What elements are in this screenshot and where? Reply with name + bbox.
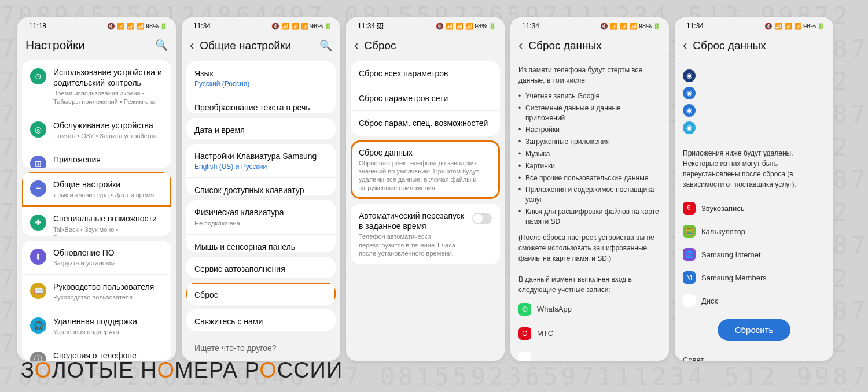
reset-item[interactable]: Сброс парам. спец. возможностей: [351, 111, 500, 135]
settings-item[interactable]: Свяжитесь с нами: [186, 309, 336, 331]
list-item: Приложения и содержимое поставщика услуг: [518, 184, 661, 206]
status-time: 11:34 🖼: [358, 22, 384, 30]
status-time: 11:34: [686, 22, 704, 30]
app-row: MSamsung Members: [675, 268, 833, 287]
reset-item[interactable]: Сброс параметров сети: [351, 86, 500, 111]
reset-item[interactable]: Сброс всех параметров: [351, 61, 500, 86]
screen-2: 11:34 🔇 📶 📶 📶 98%🔋 ‹ Общие настройки 🔍 Я…: [182, 17, 340, 361]
account-icon: ◉: [683, 121, 696, 134]
header: ‹ Сброс: [346, 32, 505, 61]
watermark: ЗОЛОТЫЕ НОМЕРА РОССИИ: [21, 358, 343, 383]
status-icons: 🔇 📶 📶 📶 98%🔋: [764, 23, 825, 30]
header: ‹ Сброс данных: [510, 32, 669, 61]
account-label: WhatsApp: [537, 305, 572, 313]
settings-item[interactable]: ⊞ Приложения Приложения по умолчанию • Н…: [22, 147, 171, 168]
settings-item[interactable]: ЯзыкРусский (Россия): [186, 61, 336, 95]
settings-item[interactable]: ⊙ Использование устройства и родительски…: [22, 60, 171, 113]
settings-item[interactable]: Настройки Клавиатура SamsungEnglish (US)…: [186, 144, 336, 178]
item-title: Обновление ПО: [53, 247, 163, 258]
app-label: Калькулятор: [701, 227, 745, 236]
screen-5: 11:34 🔇 📶 📶 📶 98%🔋 ‹ Сброс данных ◉◉◉◉Пр…: [675, 17, 833, 361]
item-title: Сброс параметров сети: [359, 93, 492, 103]
search-icon[interactable]: 🔍: [319, 39, 332, 52]
app-label: Диск: [701, 297, 718, 305]
item-icon: ⊙: [30, 68, 46, 84]
reset-item[interactable]: Сброс данныхСброс настроек телефона до з…: [351, 140, 500, 199]
settings-item[interactable]: Список доступных клавиатур: [186, 178, 336, 195]
status-time: 11:18: [29, 22, 46, 30]
status-icons: 🔇 📶 📶 📶 98%🔋: [600, 23, 661, 30]
item-title: Руководство пользователя: [53, 282, 163, 292]
settings-item[interactable]: Сброс: [186, 283, 336, 304]
status-bar: 11:34 🔇 📶 📶 📶 98%🔋: [510, 17, 669, 32]
page-title: Сброс: [364, 39, 496, 52]
item-icon: ✚: [30, 215, 46, 231]
reset-button[interactable]: Сбросить: [718, 319, 791, 341]
app-icon: 🌐: [683, 248, 696, 261]
top-icons: ◉◉◉◉: [675, 65, 833, 139]
item-icon: ⊞: [30, 156, 46, 168]
settings-item[interactable]: 📖 Руководство пользователя Руководство п…: [22, 275, 171, 309]
settings-item[interactable]: Сервис автозаполнения: [186, 257, 336, 278]
settings-item[interactable]: Мышь и сенсорная панель: [186, 235, 336, 252]
status-icons: 🔇 📶 📶 📶 98%🔋: [271, 23, 332, 30]
settings-item[interactable]: Преобразование текста в речь: [186, 95, 336, 113]
status-bar: 11:34 🔇 📶 📶 📶 98%🔋: [182, 17, 340, 32]
accounts-intro: В данный момент выполнен вход в следующи…: [510, 274, 669, 295]
item-title: Дата и время: [194, 125, 328, 135]
item-sub: Руководство пользователя: [53, 293, 163, 301]
account-icon: ◉: [683, 87, 696, 99]
intro-text: Из памяти телефона будут стерты все данн…: [510, 65, 669, 86]
account-icon: ◉: [683, 69, 696, 82]
item-sub: Сброс настроек телефона до заводских зна…: [359, 159, 492, 192]
app-icon: ▲: [683, 294, 696, 307]
sd-note: (После сброса настроек устройства вы не …: [510, 232, 669, 264]
account-row: OМТС: [510, 324, 669, 343]
item-title: Специальные возможности: [53, 213, 163, 224]
back-icon[interactable]: ‹: [354, 38, 358, 53]
back-icon[interactable]: ‹: [683, 38, 687, 53]
item-sub: TalkBack • Звук моно • Вспомогательное м…: [53, 225, 163, 236]
page-title: Сброс данных: [528, 39, 661, 52]
status-icons: 🔇 📶 📶 📶 98%🔋: [107, 23, 168, 30]
app-label: Samsung Members: [701, 273, 767, 282]
back-icon[interactable]: ‹: [190, 38, 194, 53]
list-item: Музыка: [518, 148, 661, 160]
settings-item[interactable]: ✚ Специальные возможности TalkBack • Зву…: [22, 206, 171, 235]
item-title: Язык: [194, 68, 328, 79]
item-title: Приложения: [53, 154, 163, 165]
item-sub: Приложения по умолчанию • Настройки прил…: [53, 167, 163, 168]
account-row: ✆WhatsApp: [510, 299, 669, 319]
settings-item[interactable]: ⬇ Обновление ПО Загрузка и установка: [22, 241, 171, 275]
settings-item[interactable]: Дата и время: [186, 118, 336, 139]
item-sub: Не подключена: [194, 219, 328, 227]
item-title: Свяжитесь с нами: [194, 316, 328, 327]
apps-intro: Приложения ниже будут удалены. Некоторые…: [675, 148, 833, 190]
toggle-switch[interactable]: [472, 213, 492, 224]
item-value: English (US) и Русский: [194, 162, 328, 171]
page-title: Настройки: [25, 38, 149, 52]
item-title: Сброс: [194, 290, 328, 300]
reset-item[interactable]: Автоматический перезапуск в заданное вре…: [351, 204, 500, 264]
item-title: Использование устройства и родительский …: [53, 67, 163, 88]
item-title: Мышь и сенсорная панель: [194, 242, 328, 252]
back-icon[interactable]: ‹: [518, 38, 523, 53]
settings-item[interactable]: 🎧 Удаленная поддержка Удаленная поддержк…: [22, 309, 171, 343]
item-title: Сброс всех параметров: [359, 68, 492, 79]
search-icon[interactable]: 🔍: [155, 39, 168, 51]
account-icon: ◉: [683, 104, 696, 117]
list-item: Загруженные приложения: [518, 136, 661, 148]
settings-item[interactable]: ◎ Обслуживание устройства Память • ОЗУ •…: [22, 113, 171, 147]
settings-item[interactable]: ≡ Общие настройки Язык и клавиатура • Да…: [22, 172, 171, 206]
item-title: Преобразование текста в речь: [194, 102, 328, 113]
page-title: Сброс данных: [693, 39, 825, 52]
item-title: Удаленная поддержка: [53, 316, 163, 327]
item-title: Обслуживание устройства: [53, 120, 163, 131]
app-label: Звукозапись: [701, 204, 745, 213]
settings-item[interactable]: Физическая клавиатураНе подключена: [186, 200, 336, 234]
screen-1: 11:18 🔇 📶 📶 📶 98%🔋 Настройки 🔍 ⊙ Использ…: [17, 17, 176, 361]
item-title: Сброс данных: [359, 147, 492, 158]
screen-3: 11:34 🖼 🔇 📶 📶 📶 98%🔋 ‹ Сброс Сброс всех …: [346, 17, 505, 361]
status-bar: 11:18 🔇 📶 📶 📶 98%🔋: [17, 17, 176, 32]
item-value: Русский (Россия): [194, 80, 328, 88]
